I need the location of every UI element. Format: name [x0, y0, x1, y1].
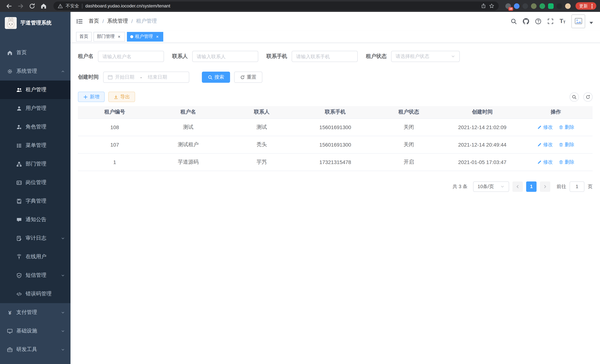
breadcrumb-separator: /: [131, 18, 133, 24]
breadcrumb-item[interactable]: 首页: [89, 18, 99, 25]
green-circle-extension-icon[interactable]: [540, 3, 545, 9]
browser-menu-icon[interactable]: [591, 5, 593, 7]
sidebar-item-dept[interactable]: 部门管理: [0, 155, 71, 173]
sidebar-item-role[interactable]: 角色管理: [0, 118, 71, 136]
cell-phone: 17321315478: [299, 153, 372, 171]
phone-label: 联系手机: [266, 53, 287, 60]
tab-dept[interactable]: 部门管理×: [94, 32, 125, 41]
omnibox-divider: [82, 3, 82, 8]
sidebar-item-label: 支付管理: [16, 309, 37, 316]
breadcrumb-item[interactable]: 系统管理: [107, 18, 128, 25]
tenant-status-select[interactable]: 请选择租户状态: [391, 51, 460, 62]
sidebar-item-system[interactable]: 系统管理: [0, 62, 71, 81]
contact-input[interactable]: [192, 51, 258, 62]
chevron-down-icon: [61, 273, 65, 277]
prev-page-button[interactable]: [512, 181, 523, 192]
page-number-button[interactable]: 1: [526, 181, 536, 192]
share-icon[interactable]: [481, 3, 486, 9]
sidebar-item-notice[interactable]: 通知公告: [0, 210, 71, 229]
bookmark-star-icon[interactable]: [489, 3, 494, 9]
delete-row-button[interactable]: 删除: [559, 159, 574, 165]
sidebar-item-pay[interactable]: ¥支付管理: [0, 303, 71, 322]
forward-icon[interactable]: [18, 3, 24, 9]
sidebar-item-error-code[interactable]: 错误码管理: [0, 285, 71, 303]
page-size-select[interactable]: 10条/页: [473, 181, 509, 192]
op-label: 删除: [565, 141, 574, 148]
edit-row-button[interactable]: 修改: [537, 141, 553, 148]
tab-home[interactable]: 首页: [76, 32, 92, 41]
create-time-range-picker[interactable]: 开始日期 - 结束日期: [103, 72, 189, 83]
next-page-button[interactable]: [540, 181, 550, 192]
extension-badge: 10: [508, 7, 513, 10]
sidebar-item-user[interactable]: 用户管理: [0, 99, 71, 118]
github-icon[interactable]: [523, 18, 529, 24]
dark-extension-icon[interactable]: [557, 3, 562, 9]
logo[interactable]: 芋道管理系统: [0, 12, 71, 34]
sidebar-item-label: 审计日志: [26, 235, 46, 242]
collapse-sidebar-icon[interactable]: [76, 18, 83, 25]
goto-page-input[interactable]: [570, 181, 584, 192]
toggle-search-button[interactable]: [570, 92, 579, 102]
export-button[interactable]: 导出: [108, 92, 135, 102]
refresh-table-button[interactable]: [583, 92, 593, 102]
sidebar-item-post[interactable]: 岗位管理: [0, 173, 71, 192]
reset-button[interactable]: 重置: [234, 72, 262, 83]
green-square-extension-icon[interactable]: [548, 3, 554, 9]
blue-extension-icon[interactable]: [514, 3, 519, 9]
tab-label: 租户管理: [135, 33, 153, 40]
op-label: 修改: [543, 124, 553, 131]
contact-input-field[interactable]: [197, 54, 254, 59]
add-button[interactable]: 新增: [78, 92, 105, 102]
extensions-area: 10: [505, 3, 571, 9]
address-bar[interactable]: 不安全 dashboard.yudao.iocoder.cn/system/te…: [53, 1, 499, 10]
url-text[interactable]: dashboard.yudao.iocoder.cn/system/tenant: [85, 3, 170, 9]
tab-tenant[interactable]: 租户管理×: [127, 32, 163, 41]
create-time-field-group: 创建时间 开始日期 - 结束日期: [78, 72, 189, 83]
search-icon[interactable]: [511, 18, 517, 24]
sidebar-item-dev-tool[interactable]: 研发工具: [0, 340, 71, 359]
sidebar-item-home[interactable]: 首页: [0, 43, 71, 62]
pinned-extension-icon[interactable]: 10: [505, 3, 511, 9]
phone-input-field[interactable]: [296, 54, 353, 59]
avatar[interactable]: [572, 14, 585, 28]
reload-icon[interactable]: [29, 3, 35, 9]
chevron-down-icon: [500, 184, 505, 189]
security-label[interactable]: 不安全: [66, 3, 79, 9]
edit-row-button[interactable]: 修改: [537, 159, 553, 165]
chevron-right-icon: [543, 184, 547, 189]
fullscreen-icon[interactable]: [547, 18, 554, 24]
close-tab-icon[interactable]: ×: [155, 34, 160, 39]
delete-row-button[interactable]: 删除: [559, 141, 574, 148]
help-icon[interactable]: [535, 18, 541, 24]
chevron-down-icon: [61, 310, 65, 315]
search-button[interactable]: 搜索: [202, 72, 230, 83]
sidebar-item-menu[interactable]: 菜单管理: [0, 136, 71, 155]
phone-input[interactable]: [292, 51, 358, 62]
globe-extension-icon[interactable]: [523, 3, 528, 9]
font-size-icon[interactable]: TT: [560, 18, 565, 24]
tenant-name-input[interactable]: [98, 51, 164, 62]
chevron-down-icon[interactable]: [588, 19, 594, 26]
tenant-table: 租户编号租户名联系人联系手机租户状态创建时间操作 108测试测试15601691…: [78, 106, 593, 171]
sidebar-item-infra[interactable]: 基础设施: [0, 322, 71, 340]
close-tab-icon[interactable]: ×: [116, 34, 122, 39]
op-label: 删除: [565, 159, 574, 165]
tenant-name-label: 租户名: [78, 53, 94, 60]
browser-home-icon[interactable]: [40, 3, 47, 9]
sidebar-item-audit-log[interactable]: 审计日志: [0, 229, 71, 247]
edit-row-button[interactable]: 修改: [537, 124, 553, 131]
sidebar-item-tenant[interactable]: 租户管理: [0, 81, 71, 99]
back-icon[interactable]: [6, 3, 12, 9]
profile-avatar-icon[interactable]: [565, 3, 571, 9]
tenant-name-input-field[interactable]: [103, 54, 159, 59]
app-header: 首页/系统管理/租户管理 TT: [71, 12, 600, 30]
delete-row-button[interactable]: 删除: [559, 124, 574, 131]
update-button[interactable]: 更新: [575, 2, 596, 10]
cell-created: 2021-12-14 20:49:44: [445, 136, 519, 153]
sidebar-item-online-user[interactable]: 在线用户: [0, 247, 71, 266]
sidebar-item-dict[interactable]: 字典管理: [0, 192, 71, 210]
olive-extension-icon[interactable]: [531, 3, 536, 9]
cell-name: 芋道源码: [151, 153, 225, 171]
sidebar-item-sms[interactable]: 短信管理: [0, 266, 71, 285]
page-unit-label: 页: [588, 183, 593, 190]
